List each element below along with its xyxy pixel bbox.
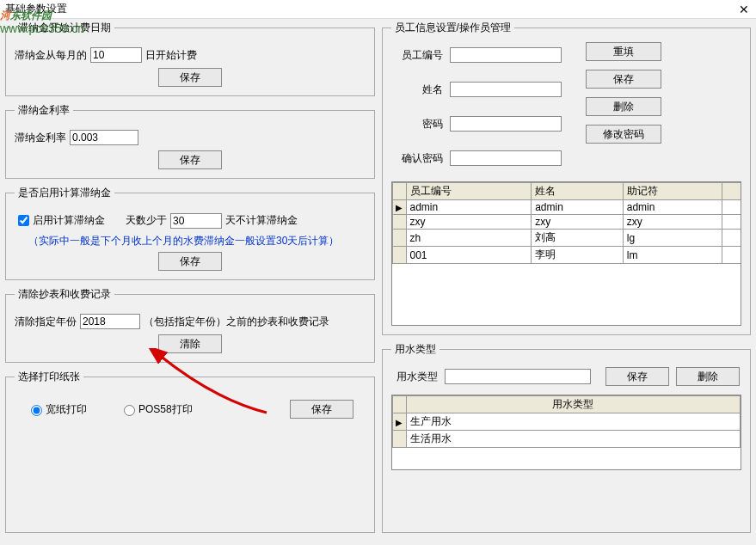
delete-button[interactable]: 删除 [676,367,740,386]
pos58-radio-label[interactable]: POS58打印 [120,402,193,417]
save-button[interactable]: 保存 [605,367,669,386]
start-day-input[interactable] [90,47,142,63]
col-emp-name[interactable]: 姓名 [532,183,624,200]
emp-id-input[interactable] [450,47,562,63]
emp-pwd2-input[interactable] [450,150,562,166]
water-type-table[interactable]: 用水类型 ▶生产用水生活用水 [391,395,742,470]
group-clear-records: 清除抄表和收费记录 清除指定年份 （包括指定年份）之前的抄表和收费记录 清除 [5,287,375,363]
group-water-type: 用水类型 用水类型 保存 删除 用水类型 ▶生产用水生活用水 [382,342,752,533]
label: 滞纳金从每月的 [15,48,87,63]
enable-checkbox[interactable] [18,215,29,226]
table-row[interactable]: 生活用水 [392,431,741,448]
save-button[interactable]: 保存 [290,400,353,419]
group-employee: 员工信息设置/操作员管理 员工编号 姓名 密码 确认密码 重填 保存 删除 修改… [382,21,752,335]
save-button[interactable]: 保存 [158,68,222,87]
label: 确认密码 [391,151,443,166]
employee-table[interactable]: 员工编号 姓名 助记符 ▶adminadminadminzxyzxyzxyzh刘… [391,181,742,326]
water-type-input[interactable] [445,369,591,384]
label: 天不计算滞纳金 [225,213,298,228]
label: 滞纳金利率 [15,131,66,145]
legend: 滞纳金开始计费日期 [15,21,114,35]
days-input[interactable] [170,213,222,229]
label: 用水类型 [396,370,438,384]
group-enable-late-fee: 是否启用计算滞纳金 启用计算滞纳金 天数少于 天不计算滞纳金 （实际中一般是下个… [5,186,375,280]
window-title: 基础参数设置 [5,2,67,16]
group-print-paper: 选择打印纸张 宽纸打印 POS58打印 保存 [5,370,375,533]
col-emp-id[interactable]: 员工编号 [406,183,532,200]
reset-button[interactable]: 重填 [586,42,661,61]
wide-paper-radio-label[interactable]: 宽纸打印 [27,402,87,417]
close-icon[interactable]: ✕ [739,3,749,16]
col-water-type[interactable]: 用水类型 [406,396,741,413]
pos58-radio[interactable] [124,405,135,416]
legend: 滞纳金利率 [15,103,73,118]
legend: 用水类型 [391,342,439,357]
save-button[interactable]: 保存 [158,150,222,169]
table-row[interactable]: ▶adminadminadmin [392,200,741,215]
row-head [392,183,406,200]
label: （包括指定年份）之前的抄表和收费记录 [144,315,329,329]
table-row[interactable]: ▶生产用水 [392,413,741,431]
label: 员工编号 [391,48,443,63]
col-blank [722,183,741,200]
delete-button[interactable]: 删除 [586,97,661,116]
col-emp-mnemonic[interactable]: 助记符 [623,183,722,200]
clear-button[interactable]: 清除 [158,334,222,353]
note-text: （实际中一般是下个月收上个月的水费滞纳金一般设置30天后计算） [28,234,366,248]
legend: 选择打印纸张 [15,370,83,384]
label: 日开始计费 [145,48,197,63]
year-input[interactable] [80,314,140,329]
legend: 是否启用计算滞纳金 [15,186,114,200]
group-late-fee-rate: 滞纳金利率 滞纳金利率 保存 [5,103,375,179]
save-button[interactable]: 保存 [158,252,222,271]
table-row[interactable]: 001李明lm [392,247,741,264]
legend: 员工信息设置/操作员管理 [391,21,514,35]
emp-pwd-input[interactable] [450,116,562,132]
group-late-fee-start: 滞纳金开始计费日期 滞纳金从每月的 日开始计费 保存 [5,21,375,96]
legend: 清除抄表和收费记录 [15,287,114,302]
table-row[interactable]: zxyzxyzxy [392,215,741,230]
label: 清除指定年份 [15,315,77,329]
rate-input[interactable] [70,130,138,145]
change-pwd-button[interactable]: 修改密码 [586,125,661,144]
save-button[interactable]: 保存 [586,70,661,89]
label: 天数少于 [126,213,167,228]
enable-checkbox-label[interactable]: 启用计算滞纳金 [15,212,105,229]
label: 姓名 [391,83,443,97]
label: 密码 [391,117,443,132]
emp-name-input[interactable] [450,82,562,97]
row-head [392,396,406,413]
wide-paper-radio[interactable] [31,405,42,416]
table-row[interactable]: zh刘高lg [392,230,741,247]
